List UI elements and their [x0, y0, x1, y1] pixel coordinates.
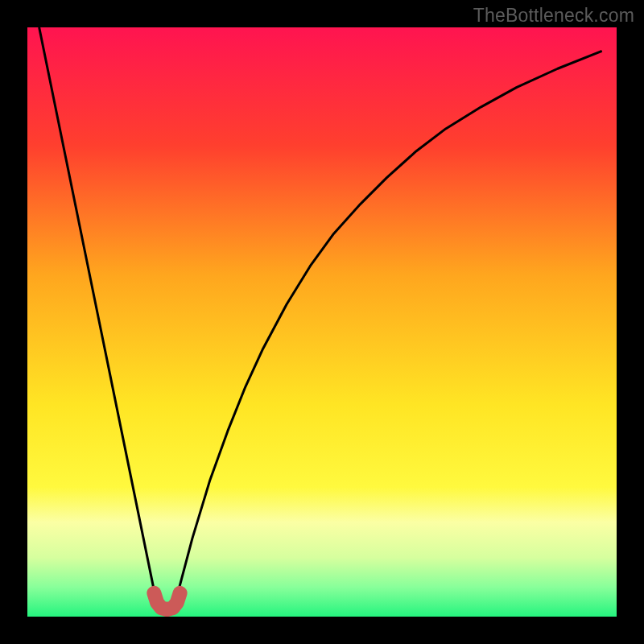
- chart-frame: TheBottleneck.com: [0, 0, 644, 644]
- watermark-text: TheBottleneck.com: [473, 5, 634, 27]
- background-gradient: [27, 27, 617, 617]
- chart-plot-area: [27, 27, 617, 617]
- chart-svg: [27, 27, 617, 617]
